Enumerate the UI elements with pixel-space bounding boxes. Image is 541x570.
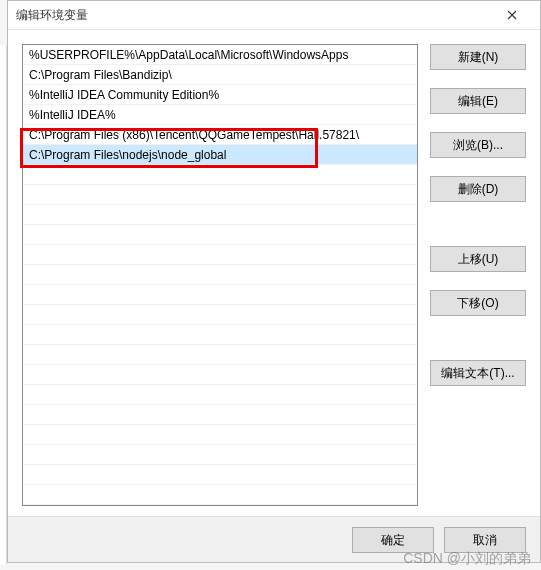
move-down-button[interactable]: 下移(O) [430,290,526,316]
list-item[interactable] [23,285,417,305]
edit-text-button[interactable]: 编辑文本(T)... [430,360,526,386]
close-icon[interactable] [492,1,532,29]
window-title: 编辑环境变量 [16,7,492,24]
dialog-footer: 确定 取消 [8,516,540,562]
list-item[interactable] [23,165,417,185]
list-item[interactable] [23,345,417,365]
new-button[interactable]: 新建(N) [430,44,526,70]
list-item[interactable]: C:\Program Files\nodejs\node_global [23,145,417,165]
list-item[interactable] [23,185,417,205]
list-item[interactable] [23,305,417,325]
list-item[interactable] [23,485,417,505]
titlebar: 编辑环境变量 [8,1,540,30]
list-item[interactable] [23,405,417,425]
list-item[interactable] [23,425,417,445]
env-var-edit-dialog: 编辑环境变量 %USERPROFILE%\AppData\Local\Micro… [7,0,541,563]
list-item[interactable] [23,365,417,385]
list-item[interactable] [23,465,417,485]
list-item[interactable] [23,205,417,225]
list-item[interactable] [23,385,417,405]
list-item[interactable] [23,225,417,245]
list-item[interactable]: C:\Program Files (x86)\Tencent\QQGameTem… [23,125,417,145]
list-item[interactable]: %USERPROFILE%\AppData\Local\Microsoft\Wi… [23,45,417,65]
list-item[interactable]: %IntelliJ IDEA% [23,105,417,125]
move-up-button[interactable]: 上移(U) [430,246,526,272]
list-item[interactable] [23,445,417,465]
dialog-content: %USERPROFILE%\AppData\Local\Microsoft\Wi… [8,30,540,516]
list-item[interactable]: %IntelliJ IDEA Community Edition% [23,85,417,105]
browse-button[interactable]: 浏览(B)... [430,132,526,158]
button-column: 新建(N) 编辑(E) 浏览(B)... 删除(D) 上移(U) 下移(O) 编… [430,44,526,506]
list-item[interactable] [23,265,417,285]
delete-button[interactable]: 删除(D) [430,176,526,202]
list-item[interactable] [23,245,417,265]
list-item[interactable] [23,325,417,345]
ok-button[interactable]: 确定 [352,527,434,553]
cancel-button[interactable]: 取消 [444,527,526,553]
list-item[interactable]: C:\Program Files\Bandizip\ [23,65,417,85]
path-list-container: %USERPROFILE%\AppData\Local\Microsoft\Wi… [22,44,418,506]
edit-button[interactable]: 编辑(E) [430,88,526,114]
path-list[interactable]: %USERPROFILE%\AppData\Local\Microsoft\Wi… [22,44,418,506]
